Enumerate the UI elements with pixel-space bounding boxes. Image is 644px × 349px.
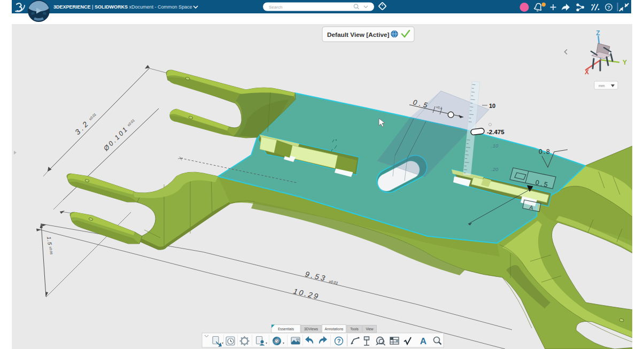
svg-text:3DViews: 3DViews bbox=[304, 327, 319, 331]
svg-text:Y: Y bbox=[623, 59, 627, 66]
svg-text:0.8: 0.8 bbox=[539, 148, 551, 156]
svg-text:?: ? bbox=[337, 338, 341, 344]
svg-text:-2.475: -2.475 bbox=[487, 129, 505, 135]
svg-text:View: View bbox=[366, 327, 373, 331]
svg-text:.20: .20 bbox=[491, 166, 499, 172]
svg-text:Z: Z bbox=[596, 29, 600, 37]
svg-text:Search: Search bbox=[269, 5, 282, 10]
svg-text:Tools: Tools bbox=[350, 327, 359, 331]
svg-text:Annotations: Annotations bbox=[325, 327, 344, 331]
svg-text:10: 10 bbox=[489, 103, 495, 109]
svg-text:mm: mm bbox=[599, 84, 605, 88]
svg-text:Essentials: Essentials bbox=[278, 327, 294, 331]
svg-text:X: X bbox=[585, 68, 589, 76]
svg-text:A: A bbox=[420, 336, 426, 346]
svg-text:?: ? bbox=[607, 5, 610, 10]
svg-text:3DEXPERIENCE | SOLIDWORKS xDoc: 3DEXPERIENCE | SOLIDWORKS xDocument - Co… bbox=[53, 4, 192, 10]
svg-text:Default View [Active]: Default View [Active] bbox=[327, 31, 390, 38]
svg-text:.10: .10 bbox=[491, 143, 499, 149]
